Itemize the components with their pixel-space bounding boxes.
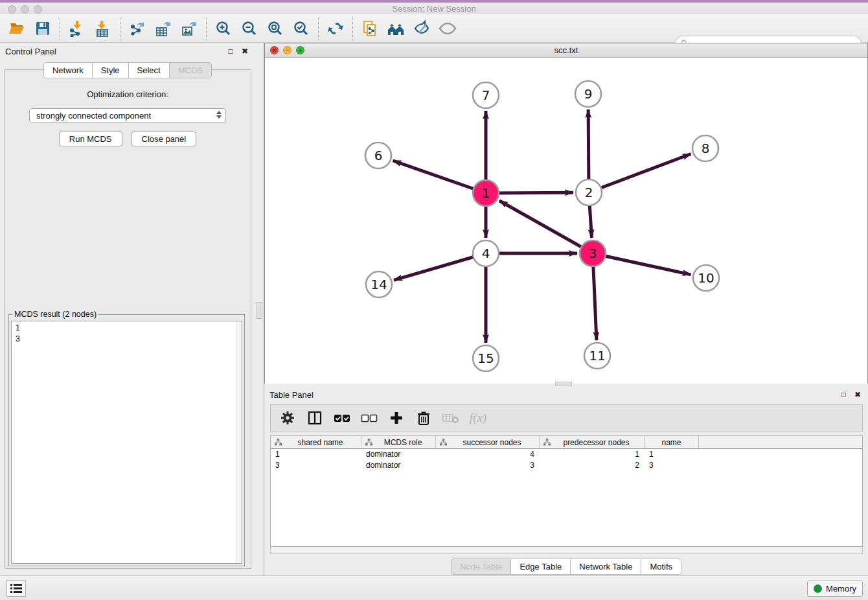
table-cell[interactable]: 3 [271, 460, 361, 471]
delete-table-button[interactable] [440, 408, 461, 428]
table-cell[interactable]: 1 [271, 449, 361, 460]
network-graph: 7968124314101511 [265, 58, 867, 384]
optimization-criterion-select[interactable]: strongly connected component [29, 108, 226, 123]
graph-edge-1-6[interactable] [393, 161, 486, 193]
graph-edge-3-10[interactable] [593, 253, 691, 275]
tab-node-table[interactable]: Node Table [451, 559, 512, 575]
table-cell[interactable]: 1 [645, 449, 699, 460]
column-header-label: predecessor nodes [563, 438, 629, 447]
export-image-icon [181, 20, 198, 37]
column-type-icon [365, 439, 372, 446]
mcds-result-line: 3 [16, 334, 238, 345]
table-cell[interactable]: 3 [436, 460, 540, 471]
table-row[interactable]: 1dominator411 [271, 449, 862, 460]
export-image-button[interactable] [176, 17, 202, 40]
create-column-button[interactable] [386, 408, 407, 428]
tab-motifs[interactable]: Motifs [641, 559, 681, 575]
table-cell[interactable]: 1 [540, 449, 645, 460]
unchecked-boxes-icon [361, 410, 378, 426]
import-network-button[interactable] [64, 17, 90, 40]
control-panel: Control Panel □ ✖ NetworkStyleSelectMCDS… [0, 43, 255, 575]
network-view-title: scc.txt [265, 45, 867, 55]
table-cell[interactable]: dominator [361, 460, 436, 471]
graph-edge-3-1[interactable] [499, 201, 593, 253]
table-settings-button[interactable] [277, 408, 298, 428]
table-cell[interactable]: dominator [361, 449, 436, 460]
function-builder-button[interactable]: f(x) [468, 408, 488, 428]
column-header-filler [699, 436, 862, 448]
graph-node-label-8: 8 [702, 141, 710, 156]
unselect-all-columns-button[interactable] [359, 408, 380, 428]
column-header-name[interactable]: name [645, 436, 699, 448]
table-cell[interactable]: 2 [540, 460, 645, 471]
mcds-result-fieldset: MCDS result (2 nodes) 13 [8, 310, 245, 566]
delete-column-button[interactable] [413, 408, 434, 428]
zoom-fit-button[interactable] [262, 17, 288, 40]
zoom-in-button[interactable] [211, 17, 236, 40]
splitter-grip[interactable] [257, 302, 262, 319]
home-layout-button[interactable] [383, 17, 409, 40]
vertical-splitter[interactable] [255, 43, 264, 575]
tab-network-table[interactable]: Network Table [571, 559, 641, 575]
close-panel-icon[interactable]: ✖ [240, 46, 250, 56]
column-header-shared-name[interactable]: shared name [271, 436, 361, 448]
plus-icon [389, 410, 404, 426]
run-mcds-button[interactable]: Run MCDS [59, 132, 122, 146]
table-row[interactable]: 3dominator323 [271, 460, 862, 471]
tab-select[interactable]: Select [129, 62, 170, 78]
save-floppy-icon [34, 20, 51, 37]
graph-node-label-15: 15 [477, 351, 494, 366]
mcds-result-box[interactable]: 13 [11, 321, 242, 564]
column-header-MCDS-role[interactable]: MCDS role [361, 436, 436, 448]
result-scrollbar[interactable] [236, 321, 242, 563]
memory-button[interactable]: Memory [807, 581, 863, 597]
graph-edge-2-8[interactable] [589, 154, 691, 192]
status-bar: Memory [0, 575, 868, 600]
close-panel-button[interactable]: Close panel [131, 132, 197, 146]
memory-status-icon [814, 584, 822, 593]
export-table-button[interactable] [150, 17, 176, 40]
table-cell[interactable]: 4 [436, 449, 540, 460]
import-table-button[interactable] [90, 17, 116, 40]
column-header-successor-nodes[interactable]: successor nodes [436, 436, 540, 448]
toggle-column-view-button[interactable] [304, 408, 325, 428]
tab-network[interactable]: Network [43, 62, 93, 78]
table-cell[interactable]: 3 [645, 460, 699, 471]
table-horizontal-scrollbar[interactable] [270, 547, 863, 554]
tab-mcds[interactable]: MCDS [170, 62, 212, 78]
zoom-out-button[interactable] [236, 17, 262, 40]
column-type-icon [440, 439, 447, 446]
float-panel-icon[interactable]: □ [225, 46, 236, 56]
table-toolbar: f(x) [270, 404, 863, 432]
toolbar-divider [120, 17, 120, 40]
refresh-button[interactable] [323, 17, 348, 40]
column-header-label: shared name [297, 438, 343, 447]
table-panel-header: Table Panel □ ✖ [264, 386, 868, 403]
toolbar-divider [60, 17, 60, 40]
network-canvas[interactable]: 7968124314101511 [265, 58, 867, 384]
save-session-button[interactable] [30, 17, 56, 40]
float-table-panel-icon[interactable]: □ [838, 389, 849, 400]
network-window-titlebar: ✕ – + scc.txt [265, 43, 867, 58]
select-all-columns-button[interactable] [332, 408, 352, 428]
tab-edge-table[interactable]: Edge Table [511, 559, 571, 575]
import-table-icon [95, 20, 111, 37]
column-header-predecessor-nodes[interactable]: predecessor nodes [540, 436, 645, 448]
show-panels-button[interactable] [6, 580, 26, 597]
graph-edge-4-14[interactable] [394, 253, 486, 280]
show-graphics-details-button[interactable] [435, 17, 461, 40]
hide-graphics-button[interactable] [409, 17, 435, 40]
main-titlebar: Session: New Session [0, 0, 868, 14]
table-panel: Table Panel □ ✖ [264, 386, 868, 575]
graph-node-label-1: 1 [482, 185, 490, 201]
window-title: Session: New Session [0, 4, 868, 14]
horizontal-splitter-grip[interactable] [555, 382, 572, 386]
close-table-panel-icon[interactable]: ✖ [852, 389, 863, 400]
export-network-button[interactable] [124, 17, 150, 40]
duplicate-network-button[interactable] [357, 17, 383, 40]
optimization-criterion-label: Optimization criterion: [5, 89, 251, 99]
trash-icon [416, 410, 431, 426]
zoom-selected-button[interactable] [288, 17, 314, 40]
open-session-button[interactable] [4, 17, 30, 40]
tab-style[interactable]: Style [93, 62, 129, 78]
